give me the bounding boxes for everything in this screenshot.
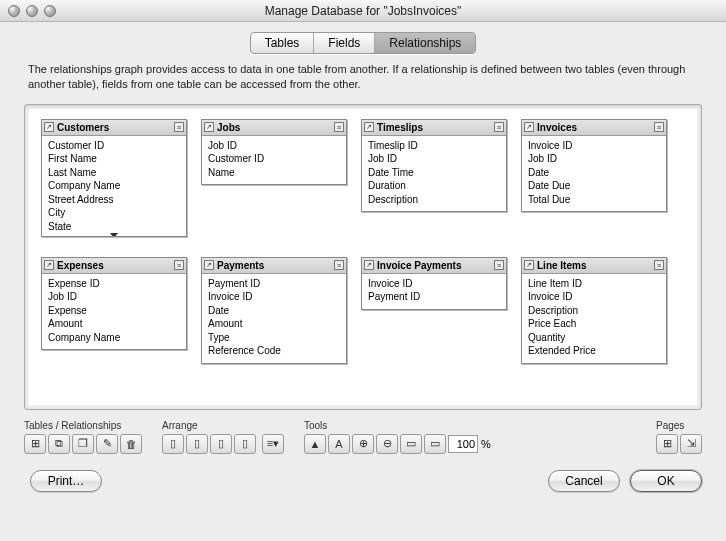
toolgroup-arrange-label: Arrange [162,420,284,431]
actual-size-button[interactable]: ▭ [424,434,446,454]
field-name[interactable]: Customer ID [208,152,340,166]
zoom-in-button[interactable]: ⊕ [352,434,374,454]
field-name[interactable]: Street Address [48,193,180,207]
expand-icon[interactable]: ↗ [364,260,374,270]
zoom-out-button[interactable]: ⊖ [376,434,398,454]
arrange-menu-button[interactable]: ≡▾ [262,434,284,454]
field-name[interactable]: Reference Code [208,344,340,358]
field-name[interactable]: Price Each [528,317,660,331]
field-name[interactable]: Date [528,166,660,180]
table-header[interactable]: ↗Invoice Payments≡ [362,258,506,274]
field-name[interactable]: Date Due [528,179,660,193]
expand-icon[interactable]: ↗ [524,122,534,132]
align-center-button[interactable]: ▯ [186,434,208,454]
expand-icon[interactable]: ↗ [364,122,374,132]
collapse-icon[interactable]: ≡ [494,260,504,270]
collapse-icon[interactable]: ≡ [334,260,344,270]
field-name[interactable]: Job ID [208,139,340,153]
tab-relationships[interactable]: Relationships [375,33,475,53]
expand-icon[interactable]: ↗ [44,260,54,270]
expand-icon[interactable]: ↗ [204,122,214,132]
pointer-tool-button[interactable]: ▲ [304,434,326,454]
field-name[interactable]: Job ID [528,152,660,166]
fit-button[interactable]: ▭ [400,434,422,454]
field-name[interactable]: Invoice ID [528,290,660,304]
table-occurrence[interactable]: ↗Customers≡Customer IDFirst NameLast Nam… [41,119,187,237]
relationships-canvas[interactable]: ↗Customers≡Customer IDFirst NameLast Nam… [29,109,697,405]
align-left-button[interactable]: ▯ [162,434,184,454]
zoom-percent-label: % [481,438,491,450]
field-name[interactable]: Invoice ID [528,139,660,153]
field-name[interactable]: Extended Price [528,344,660,358]
field-name[interactable]: First Name [48,152,180,166]
title-bar: Manage Database for "JobsInvoices" [0,0,726,22]
table-header[interactable]: ↗Timeslips≡ [362,120,506,136]
distribute-button[interactable]: ▯ [234,434,256,454]
collapse-icon[interactable]: ≡ [174,260,184,270]
field-name[interactable]: Company Name [48,179,180,193]
table-header[interactable]: ↗Line Items≡ [522,258,666,274]
tab-fields[interactable]: Fields [314,33,375,53]
expand-icon[interactable]: ↗ [204,260,214,270]
field-name[interactable]: Job ID [368,152,500,166]
field-name[interactable]: Amount [48,317,180,331]
expand-icon[interactable]: ↗ [524,260,534,270]
field-name[interactable]: Description [528,304,660,318]
table-header[interactable]: ↗Jobs≡ [202,120,346,136]
table-occurrence[interactable]: ↗Payments≡Payment IDInvoice IDDateAmount… [201,257,347,364]
ok-button[interactable]: OK [630,470,702,492]
add-table-button[interactable]: ⊞ [24,434,46,454]
page-breaks-button[interactable]: ⇲ [680,434,702,454]
field-name[interactable]: Expense [48,304,180,318]
collapse-icon[interactable]: ≡ [654,122,664,132]
table-occurrence[interactable]: ↗Invoices≡Invoice IDJob IDDateDate DueTo… [521,119,667,213]
field-name[interactable]: Payment ID [208,277,340,291]
field-name[interactable]: Duration [368,179,500,193]
field-name[interactable]: Line Item ID [528,277,660,291]
collapse-icon[interactable]: ≡ [334,122,344,132]
table-occurrence[interactable]: ↗Expenses≡Expense IDJob IDExpenseAmountC… [41,257,187,351]
print-button[interactable]: Print… [30,470,102,492]
field-name[interactable]: Amount [208,317,340,331]
field-name[interactable]: Invoice ID [208,290,340,304]
table-header[interactable]: ↗Invoices≡ [522,120,666,136]
field-name[interactable]: Date [208,304,340,318]
add-relationship-button[interactable]: ⧉ [48,434,70,454]
table-header[interactable]: ↗Expenses≡ [42,258,186,274]
collapse-icon[interactable]: ≡ [494,122,504,132]
collapse-icon[interactable]: ≡ [174,122,184,132]
tab-tables[interactable]: Tables [251,33,315,53]
field-name[interactable]: Total Due [528,193,660,207]
field-name[interactable]: Customer ID [48,139,180,153]
table-header[interactable]: ↗Customers≡ [42,120,186,136]
table-occurrence[interactable]: ↗Line Items≡Line Item IDInvoice IDDescri… [521,257,667,364]
zoom-input[interactable] [448,435,478,453]
field-name[interactable]: Description [368,193,500,207]
field-name[interactable]: Payment ID [368,290,500,304]
field-name[interactable]: City [48,206,180,220]
cancel-button[interactable]: Cancel [548,470,620,492]
table-occurrence[interactable]: ↗Jobs≡Job IDCustomer IDName [201,119,347,186]
expand-icon[interactable]: ↗ [44,122,54,132]
field-name[interactable]: Timeslip ID [368,139,500,153]
field-name[interactable]: Date Time [368,166,500,180]
field-name[interactable]: State [48,220,180,234]
field-name[interactable]: Type [208,331,340,345]
field-name[interactable]: Expense ID [48,277,180,291]
table-occurrence[interactable]: ↗Timeslips≡Timeslip IDJob IDDate TimeDur… [361,119,507,213]
text-tool-button[interactable]: A [328,434,350,454]
field-name[interactable]: Company Name [48,331,180,345]
duplicate-button[interactable]: ❐ [72,434,94,454]
edit-button[interactable]: ✎ [96,434,118,454]
field-name[interactable]: Job ID [48,290,180,304]
table-header[interactable]: ↗Payments≡ [202,258,346,274]
field-name[interactable]: Invoice ID [368,277,500,291]
table-occurrence[interactable]: ↗Invoice Payments≡Invoice IDPayment ID [361,257,507,310]
align-right-button[interactable]: ▯ [210,434,232,454]
field-name[interactable]: Name [208,166,340,180]
field-name[interactable]: Quantity [528,331,660,345]
delete-button[interactable]: 🗑 [120,434,142,454]
field-name[interactable]: Last Name [48,166,180,180]
collapse-icon[interactable]: ≡ [654,260,664,270]
page-grid-button[interactable]: ⊞ [656,434,678,454]
